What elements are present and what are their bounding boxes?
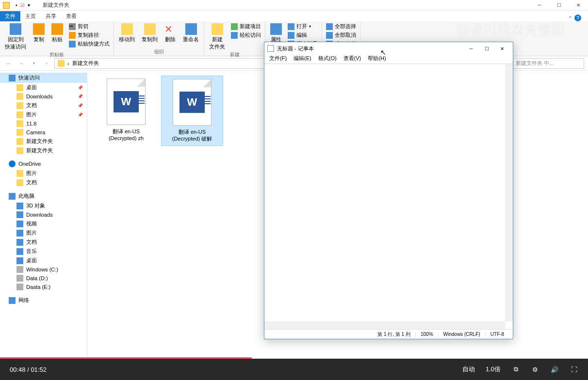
rename-button[interactable]: 重命名 [180, 22, 202, 44]
notepad-minimize[interactable]: ─ [463, 43, 479, 54]
pin-to-quick-access-button[interactable]: 固定到 快速访问 [2, 22, 29, 51]
notepad-menu-item[interactable]: 文件(F) [266, 55, 290, 63]
quick-access-toolbar: ▪ ☑ ▾ [15, 2, 31, 8]
notepad-title: 无标题 - 记事本 [277, 45, 314, 52]
notepad-menu-item[interactable]: 编辑(E) [291, 55, 314, 63]
open-button[interactable]: 打开▾ [286, 22, 320, 31]
pip-icon[interactable]: ⧉ [511, 365, 520, 374]
settings-icon[interactable]: ⚙ [531, 365, 539, 374]
recent-button[interactable]: ▾ [29, 59, 39, 68]
video-progress-fill [0, 357, 252, 359]
notepad-menu-item[interactable]: 帮助(H) [365, 55, 389, 63]
ribbon-tabs: 文件 主页 共享 查看 ^ ? [0, 11, 588, 21]
sidebar-item[interactable]: 新建文件夹 [0, 137, 87, 146]
folder-icon [16, 147, 23, 154]
cut-button[interactable]: ✂剪切 [67, 22, 112, 31]
sidebar-this-pc[interactable]: 此电脑 [0, 191, 87, 201]
fullscreen-icon[interactable]: ⛶ [570, 365, 578, 374]
volume-icon[interactable]: 🔊 [550, 365, 559, 374]
sidebar-item[interactable]: Windows (C:) [0, 265, 87, 274]
sidebar-item[interactable]: 桌面 [0, 256, 87, 265]
scrollbar-vertical[interactable] [505, 64, 513, 321]
folder-icon [16, 129, 23, 136]
notepad-menu-item[interactable]: 格式(O) [315, 55, 340, 63]
notepad-maximize[interactable]: ☐ [479, 43, 494, 54]
ribbon-group-clipboard: 固定到 快速访问 复制 粘贴 ✂剪切 复制路径 粘贴快捷方式 剪贴板 [0, 21, 114, 56]
sidebar-quick-access[interactable]: 快速访问 [0, 73, 87, 83]
sidebar-item[interactable]: 文档 [0, 178, 87, 187]
qat-item[interactable]: ▪ [15, 2, 18, 8]
sidebar-item[interactable]: 视频 [0, 219, 87, 228]
minimize-button[interactable]: ─ [530, 0, 549, 11]
notepad-menu-item[interactable]: 查看(V) [341, 55, 364, 63]
sidebar-item[interactable]: Downloads [0, 210, 87, 219]
folder-icon [16, 102, 23, 109]
cloud-icon [9, 160, 16, 167]
qat-dropdown[interactable]: ▾ [27, 2, 31, 8]
sidebar-onedrive[interactable]: OneDrive [0, 159, 87, 169]
sidebar-item[interactable]: 文档 [0, 238, 87, 247]
navigation-pane: 快速访问 桌面📌Downloads📌文档📌图片📌11.8Camera新建文件夹新… [0, 71, 87, 359]
tab-file[interactable]: 文件 [0, 11, 20, 21]
sidebar-item[interactable]: 音乐 [0, 247, 87, 256]
word-doc-icon: W [173, 79, 212, 126]
sidebar-item[interactable]: Daata (E:) [0, 283, 87, 291]
tab-home[interactable]: 主页 [20, 11, 41, 21]
sidebar-network[interactable]: 网络 [0, 295, 87, 305]
video-speed-label[interactable]: 1.0倍 [486, 365, 501, 374]
star-icon [9, 75, 16, 81]
video-auto-label[interactable]: 自动 [462, 365, 475, 374]
maximize-button[interactable]: ☐ [549, 0, 569, 11]
folder-icon [16, 257, 23, 264]
help-icon[interactable]: ? [574, 15, 581, 21]
paste-shortcut-button[interactable]: 粘贴快捷方式 [67, 40, 112, 48]
scrollbar-horizontal[interactable] [264, 321, 505, 329]
folder-icon [16, 170, 23, 177]
paste-button[interactable]: 粘贴 [49, 22, 66, 44]
file-item[interactable]: W翻译 en-US (Decrypted) 破解 [161, 76, 223, 146]
folder-icon [16, 138, 23, 145]
notepad-icon [267, 45, 274, 52]
ribbon-group-organize: 移动到 复制到 ✕删除 重命名 组织 [114, 21, 204, 56]
delete-button[interactable]: ✕删除 [162, 22, 179, 44]
back-button[interactable]: ← [4, 59, 14, 68]
notepad-close[interactable]: ✕ [494, 43, 510, 54]
sidebar-item[interactable]: Downloads📌 [0, 92, 87, 101]
up-button[interactable]: ↑ [42, 59, 51, 68]
sidebar-item[interactable]: 新建文件夹 [0, 146, 87, 155]
select-none-button[interactable]: 全部取消 [324, 31, 358, 39]
copy-button[interactable]: 复制 [30, 22, 48, 44]
sidebar-item[interactable]: Camera [0, 128, 87, 137]
sidebar-item[interactable]: 桌面📌 [0, 83, 87, 92]
sidebar-item[interactable]: 图片📌 [0, 110, 87, 119]
close-button[interactable]: ✕ [569, 0, 588, 11]
sidebar-item[interactable]: 图片 [0, 228, 87, 238]
move-to-button[interactable]: 移动到 [116, 22, 138, 44]
window-title: 新建文件夹 [43, 1, 69, 9]
edit-button[interactable]: 编辑 [286, 31, 320, 39]
sidebar-item[interactable]: 3D 对象 [0, 201, 87, 210]
sidebar-item[interactable]: 11.8 [0, 119, 87, 128]
select-all-button[interactable]: 全部选择 [324, 22, 358, 31]
ribbon-collapse[interactable]: ^ [569, 16, 572, 21]
breadcrumb[interactable]: 新建文件夹 [72, 60, 99, 67]
new-item-button[interactable]: 新建项目 [229, 22, 263, 31]
tab-share[interactable]: 共享 [41, 11, 61, 21]
tab-view[interactable]: 查看 [61, 11, 82, 21]
copy-to-button[interactable]: 复制到 [139, 22, 161, 44]
copy-path-button[interactable]: 复制路径 [67, 31, 112, 39]
status-encoding: UTF-8 [485, 332, 509, 337]
notepad-text-area[interactable] [264, 63, 513, 329]
new-folder-button[interactable]: 新建 文件夹 [206, 22, 228, 51]
file-item[interactable]: W翻译 en-US (Decrypted) zh [95, 76, 157, 145]
easy-access-button[interactable]: 轻松访问 [229, 31, 263, 39]
sidebar-item[interactable]: Data (D:) [0, 274, 87, 283]
video-progress-bar[interactable] [0, 357, 588, 359]
forward-button[interactable]: → [16, 59, 26, 68]
status-position: 第 1 行, 第 1 列 [373, 331, 415, 338]
sidebar-item[interactable]: 文档📌 [0, 101, 87, 110]
properties-button[interactable]: 属性 [267, 22, 285, 44]
qat-item[interactable]: ☑ [19, 2, 26, 8]
folder-icon [16, 84, 23, 91]
sidebar-item[interactable]: 图片 [0, 169, 87, 178]
